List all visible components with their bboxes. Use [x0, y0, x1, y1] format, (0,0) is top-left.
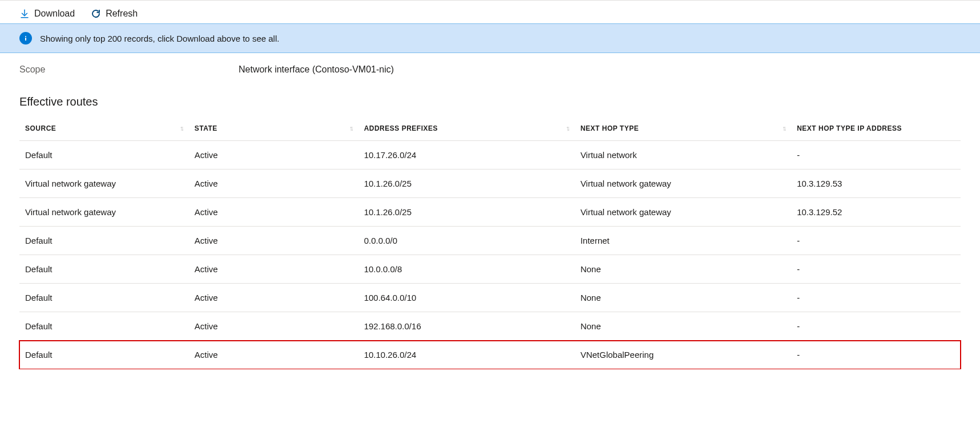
cell-source: Default [19, 255, 189, 284]
cell-source: Virtual network gateway [19, 198, 189, 227]
table-header-row: Source ↑↓ State ↑↓ Address Prefixes ↑↓ N… [19, 116, 961, 141]
svg-rect-1 [25, 38, 26, 41]
download-button-label: Download [34, 9, 75, 19]
cell-source: Default [19, 227, 189, 255]
cell-prefix: 10.10.26.0/24 [358, 341, 575, 369]
cell-state: Active [189, 227, 358, 255]
cell-state: Active [189, 141, 358, 169]
col-header-source[interactable]: Source ↑↓ [19, 116, 189, 141]
cell-source: Default [19, 284, 189, 312]
cell-prefix: 10.0.0.0/8 [358, 255, 575, 284]
col-header-state[interactable]: State ↑↓ [189, 116, 358, 141]
refresh-button-label: Refresh [106, 9, 138, 19]
cell-state: Active [189, 198, 358, 227]
info-icon [19, 32, 32, 45]
sort-icon: ↑↓ [349, 124, 352, 132]
info-bar: Showing only top 200 records, click Down… [0, 23, 980, 53]
refresh-icon [91, 9, 101, 19]
download-button[interactable]: Download [19, 9, 75, 19]
routes-table: Source ↑↓ State ↑↓ Address Prefixes ↑↓ N… [19, 116, 961, 369]
refresh-button[interactable]: Refresh [91, 9, 138, 19]
scope-value: Network interface (Contoso-VM01-nic) [239, 64, 394, 75]
svg-point-0 [25, 36, 26, 37]
cell-source: Default [19, 141, 189, 169]
effective-routes-page: Download Refresh Showing only top 200 re… [0, 0, 980, 369]
sort-icon: ↑↓ [566, 124, 568, 132]
info-bar-message: Showing only top 200 records, click Down… [40, 34, 279, 43]
cell-source: Default [19, 341, 189, 369]
cell-next: Virtual network [575, 141, 791, 169]
col-header-prefix[interactable]: Address Prefixes ↑↓ [358, 116, 575, 141]
table-row[interactable]: DefaultActive10.17.26.0/24Virtual networ… [19, 141, 961, 169]
table-row[interactable]: Virtual network gatewayActive10.1.26.0/2… [19, 198, 961, 227]
cell-next: None [575, 255, 791, 284]
cell-state: Active [189, 169, 358, 198]
cell-ip: - [791, 341, 961, 369]
cell-prefix: 10.17.26.0/24 [358, 141, 575, 169]
cell-state: Active [189, 284, 358, 312]
section-title: Effective routes [19, 95, 980, 108]
cell-next: None [575, 312, 791, 341]
cell-next: None [575, 284, 791, 312]
cell-ip: - [791, 312, 961, 341]
table-row[interactable]: DefaultActive192.168.0.0/16None- [19, 312, 961, 341]
table-row[interactable]: DefaultActive0.0.0.0/0Internet- [19, 227, 961, 255]
cell-prefix: 0.0.0.0/0 [358, 227, 575, 255]
cell-state: Active [189, 341, 358, 369]
cell-next: Virtual network gateway [575, 198, 791, 227]
cell-prefix: 10.1.26.0/25 [358, 198, 575, 227]
cell-prefix: 192.168.0.0/16 [358, 312, 575, 341]
cell-state: Active [189, 312, 358, 341]
table-row[interactable]: DefaultActive10.0.0.0/8None- [19, 255, 961, 284]
scope-label: Scope [19, 64, 239, 75]
cell-state: Active [189, 255, 358, 284]
cell-next: VNetGlobalPeering [575, 341, 791, 369]
col-header-next-hop[interactable]: Next Hop Type ↑↓ [575, 116, 791, 141]
cell-ip: 10.3.129.52 [791, 198, 961, 227]
table-row[interactable]: DefaultActive100.64.0.0/10None- [19, 284, 961, 312]
cell-next: Internet [575, 227, 791, 255]
table-row[interactable]: Virtual network gatewayActive10.1.26.0/2… [19, 169, 961, 198]
cell-ip: - [791, 227, 961, 255]
sort-icon: ↑↓ [180, 124, 182, 132]
download-icon [19, 9, 30, 19]
cell-source: Virtual network gateway [19, 169, 189, 198]
table-row[interactable]: DefaultActive10.10.26.0/24VNetGlobalPeer… [19, 341, 961, 369]
cell-source: Default [19, 312, 189, 341]
sort-icon: ↑↓ [782, 124, 784, 132]
cell-next: Virtual network gateway [575, 169, 791, 198]
cell-ip: 10.3.129.53 [791, 169, 961, 198]
cell-ip: - [791, 255, 961, 284]
col-header-ip: Next Hop Type IP Address ↑↓ [791, 116, 961, 141]
cell-prefix: 100.64.0.0/10 [358, 284, 575, 312]
toolbar: Download Refresh [0, 1, 980, 23]
cell-prefix: 10.1.26.0/25 [358, 169, 575, 198]
cell-ip: - [791, 141, 961, 169]
cell-ip: - [791, 284, 961, 312]
scope-row: Scope Network interface (Contoso-VM01-ni… [0, 53, 980, 79]
